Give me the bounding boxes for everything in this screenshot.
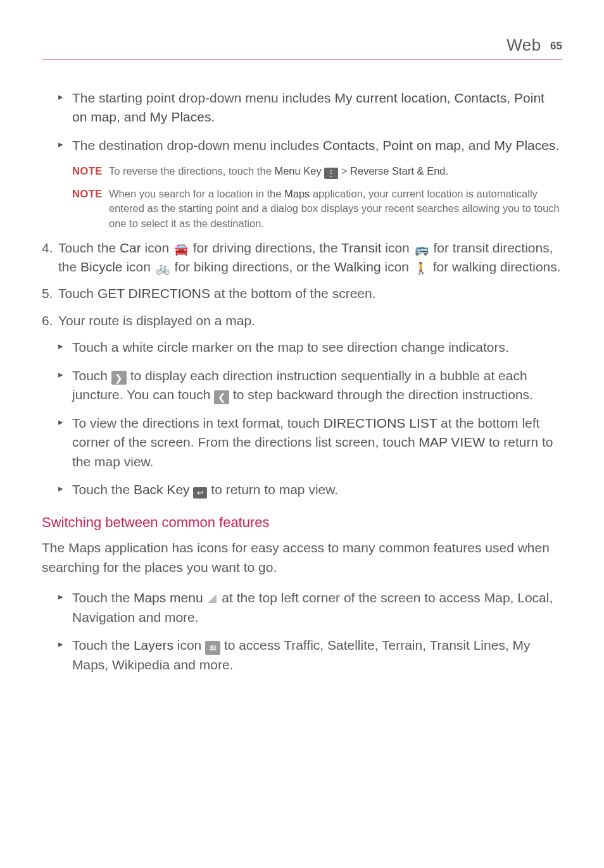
note: NOTE To reverse the directions, touch th… xyxy=(72,164,562,179)
text: To reverse the directions, touch the xyxy=(109,165,274,177)
text-bold: Layers xyxy=(134,638,173,652)
text-bold: Bicycle xyxy=(80,259,123,274)
text-bold: MAP VIEW xyxy=(418,435,485,449)
text: icon xyxy=(381,259,413,274)
text: icon xyxy=(123,259,154,274)
text: for walking directions. xyxy=(429,259,561,274)
text: for driving directions, the xyxy=(189,240,341,255)
page: Web 65 The starting point drop-down menu… xyxy=(0,0,604,721)
text-bold: DIRECTIONS LIST xyxy=(324,416,437,430)
text: for biking directions, or the xyxy=(171,259,334,274)
text: icon xyxy=(381,240,413,255)
text: . xyxy=(555,138,559,152)
page-header: Web 65 xyxy=(42,35,562,59)
back-key-icon: ↩ xyxy=(193,487,207,499)
list-item: The destination drop-down menu includes … xyxy=(58,136,562,155)
menu-key-icon: ⋮ xyxy=(324,168,338,179)
text-bold: Point on map xyxy=(382,138,461,152)
text: , and xyxy=(116,109,150,124)
note-tag: NOTE xyxy=(72,164,109,179)
text-bold: Reverse Start & End. xyxy=(350,165,448,177)
transit-icon: 🚌 xyxy=(413,241,430,257)
text-bold: My Places xyxy=(150,109,211,124)
text: . xyxy=(211,109,215,124)
sub-bullet-list: Touch a white circle marker on the map t… xyxy=(58,338,562,499)
text-bold: Car xyxy=(120,240,141,255)
bicycle-icon: 🚲 xyxy=(154,260,171,276)
text: , xyxy=(447,90,455,105)
text-bold: Contacts xyxy=(323,138,375,152)
text: Touch a white circle marker on the map t… xyxy=(72,340,509,354)
text: The destination drop-down menu includes xyxy=(72,138,323,152)
text: > xyxy=(338,165,350,177)
text: to step backward through the direction i… xyxy=(229,387,533,402)
text-bold: Contacts xyxy=(454,90,506,105)
bottom-bullet-list: Touch the Maps menu at the top left corn… xyxy=(58,588,562,674)
section-name: Web xyxy=(506,35,541,54)
text-bold: Transit xyxy=(341,240,381,255)
text: Touch the xyxy=(72,482,134,497)
note: NOTE When you search for a location in t… xyxy=(72,187,562,230)
list-item: Touch the Back Key ↩ to return to map vi… xyxy=(58,480,562,499)
text-bold: My Places xyxy=(494,138,556,152)
list-item: The starting point drop-down menu includ… xyxy=(58,89,562,127)
step-4: 4. Touch the Car icon 🚘 for driving dire… xyxy=(42,239,562,277)
subheading: Switching between common features xyxy=(42,514,562,531)
step-6: 6. Your route is displayed on a map. xyxy=(42,311,562,330)
text-bold: My current location xyxy=(334,90,446,105)
text-bold: Back Key xyxy=(134,482,190,497)
text: Touch the xyxy=(72,638,134,652)
next-step-icon: ❯ xyxy=(111,371,127,385)
prev-step-icon: ❮ xyxy=(214,390,229,404)
list-item: Touch the Maps menu at the top left corn… xyxy=(58,588,562,627)
list-item: To view the directions in text format, t… xyxy=(58,414,562,471)
text: , xyxy=(506,90,514,105)
text: icon xyxy=(141,240,173,255)
step-content: Touch GET DIRECTIONS at the bottom of th… xyxy=(58,284,562,303)
text: Your route is displayed on a map. xyxy=(58,313,255,328)
car-icon: 🚘 xyxy=(173,241,189,257)
step-number: 4. xyxy=(42,239,58,277)
text: to return to map view. xyxy=(211,482,338,497)
list-item: Touch ❯ to display each direction instru… xyxy=(58,366,562,405)
text: Touch xyxy=(72,368,111,383)
step-number: 5. xyxy=(42,284,58,303)
maps-menu-icon xyxy=(208,594,217,603)
step-5: 5. Touch GET DIRECTIONS at the bottom of… xyxy=(42,284,562,303)
text: , and xyxy=(461,138,494,152)
text: To view the directions in text format, t… xyxy=(72,416,324,430)
text: The starting point drop-down menu includ… xyxy=(72,90,334,105)
note-tag: NOTE xyxy=(72,187,109,230)
list-item: Touch a white circle marker on the map t… xyxy=(58,338,562,357)
text: When you search for a location in the xyxy=(109,188,284,199)
note-body: To reverse the directions, touch the Men… xyxy=(109,164,562,179)
page-number: 65 xyxy=(550,40,562,52)
text: , xyxy=(375,138,383,152)
text: Touch the xyxy=(58,240,120,255)
text-bold: Menu Key xyxy=(274,165,321,177)
paragraph: The Maps application has icons for easy … xyxy=(42,538,562,577)
list-item: Touch the Layers icon ≋ to access Traffi… xyxy=(58,636,562,674)
text: Touch xyxy=(58,286,98,301)
layers-icon: ≋ xyxy=(205,641,220,655)
text: icon xyxy=(173,638,205,652)
note-body: When you search for a location in the Ma… xyxy=(109,187,562,230)
top-bullet-list: The starting point drop-down menu includ… xyxy=(58,89,562,155)
text-bold: Maps xyxy=(284,188,310,199)
walking-icon: 🚶 xyxy=(413,260,429,276)
text: Touch the xyxy=(72,590,134,605)
text: at the bottom of the screen. xyxy=(210,286,376,301)
step-content: Touch the Car icon 🚘 for driving directi… xyxy=(58,239,562,277)
step-content: Your route is displayed on a map. xyxy=(58,311,562,330)
text-bold: Walking xyxy=(334,259,381,274)
step-number: 6. xyxy=(42,311,58,330)
text-bold: GET DIRECTIONS xyxy=(98,286,210,301)
text-bold: Maps menu xyxy=(134,590,203,605)
